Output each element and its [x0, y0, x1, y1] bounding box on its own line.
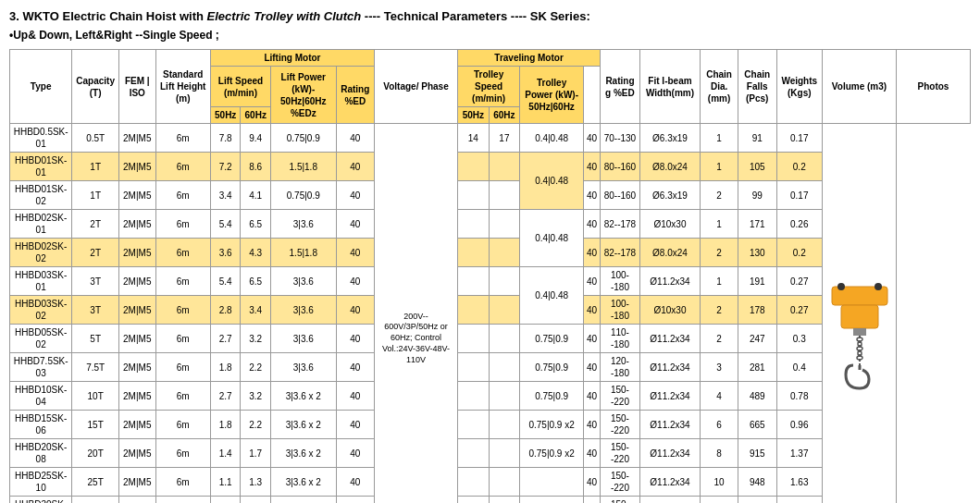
table-cell: 0.75|0.9 x2 — [520, 411, 584, 439]
table-cell: Ø11.2x34 — [639, 439, 701, 468]
table-cell: 3|3.6 x 2 — [270, 411, 336, 439]
table-cell: 4.1 — [241, 181, 271, 210]
table-cell — [458, 439, 490, 468]
table-cell: 40 — [584, 153, 601, 181]
table-cell: 2M|M5 — [119, 439, 155, 468]
table-cell — [458, 267, 490, 296]
subtitle: •Up& Down, Left&Right --Single Speed ; — [9, 29, 971, 42]
table-cell: 2M|M5 — [119, 153, 155, 181]
table-cell: 247 — [738, 325, 776, 353]
svg-rect-4 — [853, 328, 866, 336]
col-rating-t: Rating g %ED — [601, 50, 640, 124]
table-cell: 40 — [584, 181, 601, 210]
table-cell: 1.3 — [241, 468, 271, 497]
hoist-icon — [827, 282, 892, 393]
col-trolley-speed: Trolley Speed (m/min) — [458, 67, 520, 107]
table-cell: 91 — [738, 124, 776, 153]
table-cell: 2M|M5 — [119, 296, 155, 325]
table-cell: 0.2 — [776, 239, 822, 267]
table-cell: 4 — [701, 382, 738, 411]
table-cell: 6m — [155, 497, 210, 504]
table-cell: 178 — [738, 296, 776, 325]
table-cell — [458, 353, 490, 382]
col-photos: Photos — [897, 50, 971, 124]
table-cell: 2T — [72, 239, 119, 267]
table-cell: HHBD15SK-06 — [10, 411, 72, 439]
table-cell-voltage: 200V-- 600V/3P/50Hz or 60Hz; Control Vol… — [374, 124, 457, 504]
table-cell: 0.75|0.9 x2 — [520, 439, 584, 468]
table-cell: Ø8.0x24 — [639, 239, 701, 267]
col-ts60: 60Hz — [489, 107, 520, 124]
table-cell — [489, 296, 520, 325]
table-cell: 40 — [336, 210, 374, 239]
table-cell: 2.7 — [210, 382, 241, 411]
col-fem: FEM | ISO — [119, 50, 155, 124]
table-cell: 0.75|0.9 — [520, 325, 584, 353]
table-cell — [458, 468, 490, 497]
table-cell: 1.5|1.8 — [270, 153, 336, 181]
table-cell: 40 — [336, 325, 374, 353]
table-cell: 0.27 — [776, 296, 822, 325]
table-cell: 915 — [738, 439, 776, 468]
table-cell: 0.5T — [72, 124, 119, 153]
table-cell: HHBD02SK-01 — [10, 210, 72, 239]
table-cell — [489, 153, 520, 181]
table-cell: Ø11.2x34 — [639, 267, 701, 296]
table-cell — [520, 468, 584, 497]
svg-point-11 — [857, 356, 862, 360]
table-cell: 2M|M5 — [119, 353, 155, 382]
table-cell: 2M|M5 — [119, 210, 155, 239]
table-cell: 948 — [738, 468, 776, 497]
table-cell: 1T — [72, 153, 119, 181]
svg-rect-3 — [841, 305, 878, 328]
table-cell — [458, 239, 490, 267]
table-cell: 10 — [701, 468, 738, 497]
title-part1: 3. WKTO Electric Chain Hoist with — [9, 9, 207, 23]
table-cell: 1.8 — [210, 411, 241, 439]
col-voltage: Voltage/ Phase — [374, 50, 457, 124]
table-cell: 40 — [336, 239, 374, 267]
spec-table: Type Capacity (T) FEM | ISO Standard Lif… — [9, 49, 971, 503]
table-cell: 150--220 — [601, 468, 640, 497]
table-cell: 7.8 — [210, 124, 241, 153]
table-cell: 15T — [72, 411, 119, 439]
table-cell — [489, 439, 520, 468]
table-cell: 40 — [584, 267, 601, 296]
table-cell: 1.5|1.8 — [270, 239, 336, 267]
table-cell: 2 — [701, 296, 738, 325]
table-cell: 171 — [738, 210, 776, 239]
table-cell: 150--220 — [601, 411, 640, 439]
table-cell: 281 — [738, 353, 776, 382]
table-cell: 5.4 — [210, 210, 241, 239]
table-cell: 3|3.6 — [270, 325, 336, 353]
table-cell: Ø11.2x34 — [639, 325, 701, 353]
table-cell: 0.17 — [776, 181, 822, 210]
table-cell: / — [520, 497, 584, 504]
table-cell: 1 — [701, 153, 738, 181]
table-cell: 0.2 — [776, 153, 822, 181]
col-ibeam: Fit I-beam Width(mm) — [639, 50, 701, 124]
table-cell: 40 — [584, 382, 601, 411]
table-cell: 150--220 — [601, 382, 640, 411]
col-volume: Volume (m3) — [823, 50, 897, 124]
table-cell: 1.7 — [241, 439, 271, 468]
table-cell: 2M|M5 — [119, 382, 155, 411]
table-cell: 1.1 — [241, 497, 271, 504]
table-cell: Ø8.0x24 — [639, 153, 701, 181]
table-cell: 2M|M5 — [119, 468, 155, 497]
table-cell: 0.4|0.48 — [520, 210, 584, 267]
table-cell: 40 — [584, 325, 601, 353]
table-cell: Ø11.2x34 — [639, 468, 701, 497]
col-type: Type — [10, 50, 72, 124]
table-cell: 2.8 — [210, 296, 241, 325]
table-cell: Ø6.3x19 — [639, 181, 701, 210]
table-cell: 1.1 — [210, 468, 241, 497]
table-cell: 40 — [336, 439, 374, 468]
table-cell: 17 — [489, 124, 520, 153]
table-cell: 0.96 — [776, 411, 822, 439]
table-cell: 6m — [155, 439, 210, 468]
table-cell: 3.6 — [210, 239, 241, 267]
table-cell: 0.78 — [776, 382, 822, 411]
col-lifting-motor: Lifting Motor — [210, 50, 374, 67]
table-cell: 2M|M5 — [119, 267, 155, 296]
